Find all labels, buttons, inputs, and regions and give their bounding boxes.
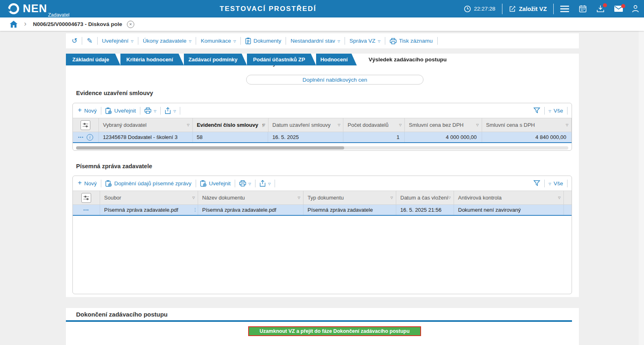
menu-icon[interactable]: [560, 6, 569, 12]
print-button[interactable]: ▽: [144, 107, 156, 114]
chevron-down-icon: ▽: [378, 39, 380, 43]
breadcrumb: › N006/25/V00004673 - Disková pole ✕: [0, 17, 644, 31]
cell-cena-s-dph: 4 840 000,00: [482, 132, 572, 142]
cell-menu-icon[interactable]: ⋮: [193, 208, 197, 211]
close-record-icon[interactable]: ✕: [127, 21, 134, 28]
menu-nestandardni-stav[interactable]: Nestandardní stav▽: [290, 38, 340, 44]
menu-uverejneni[interactable]: Uveřejnění▽: [102, 38, 133, 44]
table-row[interactable]: ••• i 12345678 Dodavatel - školení 3 58 …: [73, 132, 572, 143]
cell-datum-vlozeni: 16. 5. 2025 21:56: [396, 205, 454, 215]
pencil-icon[interactable]: ✎: [87, 37, 92, 44]
horizontal-scrollbar[interactable]: [76, 146, 568, 150]
col-nazev-dokumentu[interactable]: Název dokumentu ▽: [198, 191, 303, 204]
filter-dropdown-icon[interactable]: ▽: [558, 196, 561, 200]
cell-soubor[interactable]: Písemná zpráva zadavatele.pdf ⋮: [100, 205, 198, 215]
chevron-down-icon: ▽: [234, 39, 236, 43]
print-button[interactable]: ▽: [239, 180, 251, 187]
filter-dropdown-icon[interactable]: ▽: [192, 196, 195, 200]
home-icon[interactable]: [10, 21, 17, 28]
zprava-section-title: Písemná zpráva zadavatele: [76, 163, 152, 169]
filter-dropdown-icon[interactable]: ▽: [476, 123, 479, 127]
doplneni-nabidkovych-cen-button[interactable]: Doplnění nabídkových cen: [246, 75, 424, 85]
column-settings-button[interactable]: [73, 191, 100, 204]
col-datum-vlozeni[interactable]: Datum a čas vložení ▽: [396, 191, 454, 204]
filter-dropdown-icon[interactable]: ▽: [338, 123, 340, 127]
row-actions-icon[interactable]: •••: [83, 208, 89, 212]
tab-hodnoceni[interactable]: Hodnocení: [316, 54, 357, 65]
page-scrollbar[interactable]: [639, 31, 644, 345]
clock-icon: [464, 5, 471, 13]
filter-dropdown-icon[interactable]: ▽: [566, 123, 568, 127]
completion-title: Dokončení zadávacího postupu: [76, 311, 168, 318]
col-typ-dokumentu[interactable]: Typ dokumentu ▽: [303, 191, 396, 204]
col-datum-uzavreni[interactable]: Datum uzavření smlouvy ▽: [269, 118, 344, 132]
edit-icon: [509, 5, 516, 13]
clock-value: 22:27:28: [474, 6, 496, 12]
filter-dropdown-icon[interactable]: ▽: [187, 123, 190, 127]
filter-dropdown-icon[interactable]: ▽: [391, 196, 393, 200]
vse-dropdown[interactable]: ▽ Vše: [549, 108, 563, 114]
record-tabs: Základní údaje Kritéria hodnocení Zadáva…: [66, 54, 579, 65]
cell-antivirova-kontrola: Dokument není zavirovaný: [454, 205, 564, 215]
col-antivirova-kontrola[interactable]: Antivirová kontrola ▽: [454, 191, 564, 204]
col-pocet-dodavatelu[interactable]: Počet dodavatelů ▽: [343, 118, 405, 132]
column-settings-button[interactable]: [73, 118, 99, 132]
scrollbar-thumb[interactable]: [76, 146, 344, 150]
menu-sprava-vz[interactable]: Správa VZ▽: [349, 38, 380, 44]
export-icon: [165, 107, 171, 114]
mail-icon[interactable]: [614, 6, 623, 12]
tab-zakladni-udaje[interactable]: Základní údaje: [66, 54, 120, 65]
create-vz-button[interactable]: Založit VZ: [509, 5, 547, 13]
logo-subtitle: Zadavatel: [48, 12, 70, 18]
publish-icon: [200, 180, 207, 187]
publish-icon: [105, 180, 112, 187]
publish-icon: [105, 107, 112, 114]
export-button[interactable]: ▽: [260, 180, 271, 187]
vse-dropdown[interactable]: ▽ Vše: [549, 180, 563, 187]
publish-button[interactable]: Uveřejnit: [200, 180, 231, 187]
menu-komunikace[interactable]: Komunikace▽: [201, 38, 236, 44]
filter-icon[interactable]: [533, 107, 540, 114]
publish-button[interactable]: Uveřejnit: [105, 107, 136, 114]
menu-ukony-zadavatele[interactable]: Úkony zadavatele▽: [143, 38, 191, 44]
filter-icon[interactable]: [533, 180, 540, 187]
col-cena-s-dph[interactable]: Smluvní cena s DPH ▽: [482, 118, 572, 132]
cell-pocet-dodavatelu: 1: [343, 132, 405, 142]
new-button[interactable]: + Nový: [78, 180, 97, 187]
menu-tisk-zaznamu[interactable]: Tisk záznamu: [390, 38, 433, 44]
tab-podani-ucastniku[interactable]: Podání účastníků ZP: [247, 54, 316, 65]
clipboard-icon: [245, 37, 251, 44]
header-separator: [502, 4, 502, 14]
col-soubor[interactable]: Soubor ▽: [100, 191, 198, 204]
chevron-down-icon: ▽: [189, 39, 191, 43]
tab-kriteria-hodnoceni[interactable]: Kritéria hodnocení: [120, 54, 184, 65]
row-actions-icon[interactable]: •••: [78, 135, 84, 139]
tab-zadavaci-podminky[interactable]: Zadávací podmínky: [184, 54, 247, 65]
col-cena-bez-dph[interactable]: Smluvní cena bez DPH ▽: [405, 118, 482, 132]
nen-logo[interactable]: NEN Zadavatel: [8, 3, 70, 14]
download-badge: [603, 3, 607, 7]
col-evidencni-cislo[interactable]: Evidenční číslo smlouvy ↑ ▽: [193, 118, 269, 132]
filter-dropdown-icon[interactable]: ▽: [399, 123, 402, 127]
filter-dropdown-icon[interactable]: ▽: [448, 196, 451, 200]
fill-report-button[interactable]: Doplnění údajů písemné zprávy: [105, 180, 192, 187]
user-icon[interactable]: [632, 5, 639, 13]
info-icon[interactable]: i: [87, 134, 93, 141]
record-toolbar: ↺ ✎ Uveřejnění▽ Úkony zadavatele▽ Komuni…: [66, 33, 579, 48]
col-vybrany-dodavatel[interactable]: Vybraný dodavatel ▽: [99, 118, 193, 132]
breadcrumb-item[interactable]: N006/25/V00004673 - Disková pole: [33, 21, 122, 27]
download-icon[interactable]: [596, 5, 605, 13]
evidence-table-card: + Nový Uveřejnit: [72, 103, 572, 151]
filter-dropdown-icon[interactable]: ▽: [298, 196, 300, 200]
menu-dokumenty[interactable]: Dokumenty: [245, 37, 281, 44]
table-row[interactable]: ••• Písemná zpráva zadavatele.pdf ⋮ Píse…: [73, 205, 572, 216]
calendar-icon[interactable]: [579, 5, 587, 13]
export-button[interactable]: ▽: [165, 107, 176, 114]
tab-vysledek-zadavaciho-postupu[interactable]: Výsledek zadávacího postupu: [357, 54, 463, 65]
create-vz-label: Založit VZ: [519, 6, 547, 12]
history-icon[interactable]: ↺: [72, 37, 77, 44]
lock-vz-button[interactable]: Uzamknout VZ a přejít do fáze Dokončení …: [248, 326, 421, 336]
new-button[interactable]: + Nový: [78, 107, 97, 114]
filter-dropdown-icon[interactable]: ▽: [262, 123, 265, 127]
plus-icon: +: [78, 179, 82, 187]
